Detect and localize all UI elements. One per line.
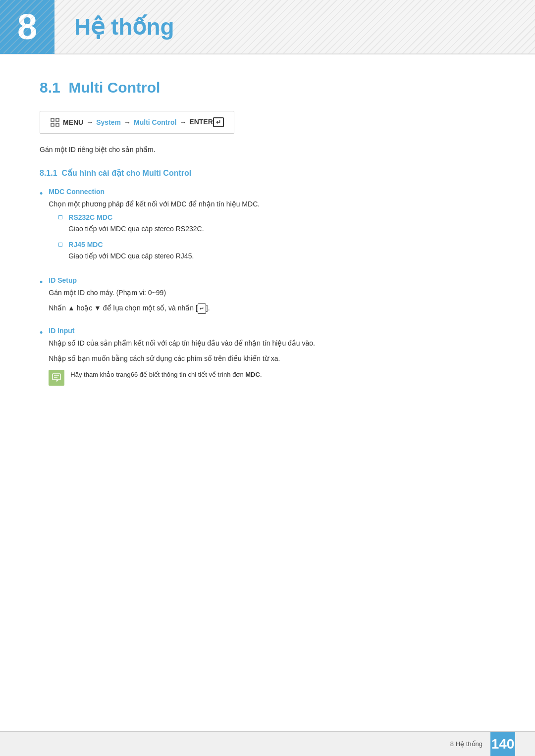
svg-rect-1 <box>56 118 59 121</box>
rs232c-text: Giao tiếp với MDC qua cáp stereo RS232C. <box>68 223 495 234</box>
svg-rect-0 <box>51 118 54 121</box>
note-box: Hãy tham khảo trang66 để biết thông tin … <box>49 370 495 386</box>
nav-multicontrol: Multi Control <box>134 118 176 126</box>
rj45-content: RJ45 MDC Giao tiếp với MDC qua cáp stere… <box>68 241 495 261</box>
id-setup-text2: Nhấn ▲ hoặc ▼ để lựa chọn một số, và nhấ… <box>49 302 495 314</box>
footer-text: 8 Hệ thống <box>450 740 482 748</box>
bullet-id-input: ID Input Nhập số ID của sản phẩm kết nối… <box>49 327 495 386</box>
svg-rect-2 <box>51 123 54 126</box>
nav-arrow-2: → <box>124 118 131 126</box>
rs232c-content: RS232C MDC Giao tiếp với MDC qua cáp ste… <box>68 213 495 234</box>
main-content: 8.1 Multi Control MENU → System → Multi … <box>0 54 535 434</box>
subsection-title: 8.1.1 Cấu hình cài đặt cho Multi Control <box>40 168 495 178</box>
page-footer: 8 Hệ thống 140 <box>0 731 535 756</box>
enter-key-icon: ↵ <box>213 117 224 127</box>
list-item: • ID Input Nhập số ID của sản phẩm kết n… <box>40 327 495 386</box>
navigation-path: MENU → System → Multi Control → ENTER↵ <box>40 111 234 134</box>
sub-bullet-square-icon <box>58 243 62 247</box>
id-input-text2: Nhập số bạn muốn bằng cách sử dụng các p… <box>49 353 495 364</box>
rj45-text: Giao tiếp với MDC qua cáp stereo RJ45. <box>68 251 495 261</box>
nav-menu-label: MENU <box>63 118 83 126</box>
enter-icon: ↵ <box>198 303 206 314</box>
list-item: • ID Setup Gán một ID cho máy. (Phạm vi:… <box>40 276 495 318</box>
list-item: RJ45 MDC Giao tiếp với MDC qua cáp stere… <box>58 241 495 261</box>
note-text: Hãy tham khảo trang66 để biết thông tin … <box>70 370 262 380</box>
svg-rect-3 <box>56 123 59 126</box>
chapter-header: 8 Hệ thống <box>0 0 535 54</box>
bullet-mdc-connection: MDC Connection Chọn một phương pháp để k… <box>49 188 495 267</box>
svg-rect-4 <box>53 374 60 380</box>
id-input-text1: Nhập số ID của sản phẩm kết nối với cáp … <box>49 338 495 349</box>
nav-arrow-3: → <box>179 118 186 126</box>
section-title: 8.1 Multi Control <box>40 79 495 96</box>
id-setup-heading: ID Setup <box>49 276 495 284</box>
chapter-title: Hệ thống <box>74 13 174 40</box>
menu-icon <box>50 117 60 127</box>
rj45-heading: RJ45 MDC <box>68 241 495 249</box>
sub-bullet-list: RS232C MDC Giao tiếp với MDC qua cáp ste… <box>58 213 495 261</box>
list-item: RS232C MDC Giao tiếp với MDC qua cáp ste… <box>58 213 495 234</box>
note-icon <box>49 370 64 386</box>
nav-enter: ENTER↵ <box>189 117 223 127</box>
list-item: • MDC Connection Chọn một phương pháp để… <box>40 188 495 267</box>
page-number: 140 <box>490 732 515 756</box>
id-setup-text1: Gán một ID cho máy. (Phạm vi: 0~99) <box>49 287 495 298</box>
rs232c-heading: RS232C MDC <box>68 213 495 221</box>
nav-arrow-1: → <box>86 118 93 126</box>
bullet-id-setup: ID Setup Gán một ID cho máy. (Phạm vi: 0… <box>49 276 495 318</box>
section-description: Gán một ID riêng biệt cho sản phẩm. <box>40 146 495 153</box>
bullet-list: • MDC Connection Chọn một phương pháp để… <box>40 188 495 386</box>
bullet-dot-icon: • <box>40 189 43 199</box>
mdc-connection-text: Chọn một phương pháp để kết nối với MDC … <box>49 199 495 209</box>
bullet-dot-icon: • <box>40 328 43 338</box>
id-input-heading: ID Input <box>49 327 495 335</box>
nav-system: System <box>96 118 121 126</box>
bullet-dot-icon: • <box>40 277 43 288</box>
sub-bullet-square-icon <box>58 215 62 219</box>
mdc-connection-heading: MDC Connection <box>49 188 495 196</box>
